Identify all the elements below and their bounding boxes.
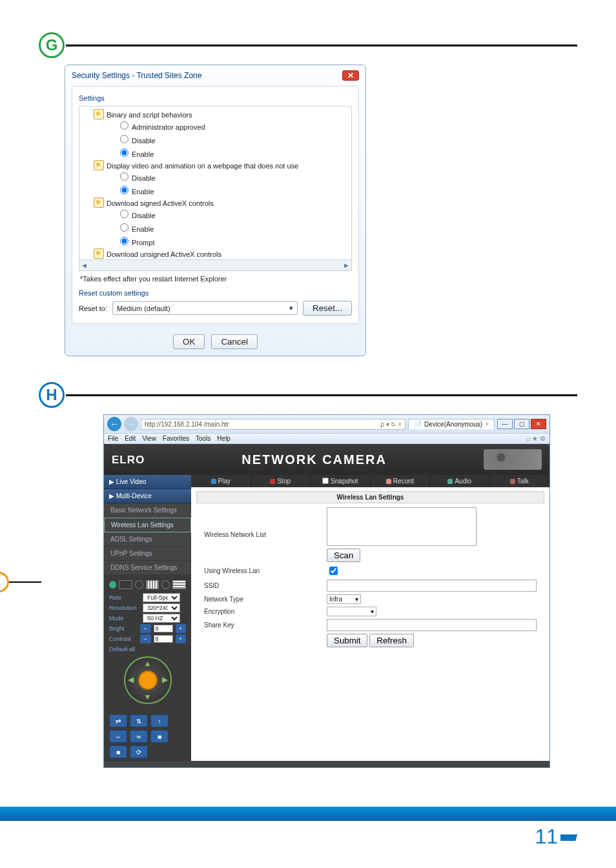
page-number: 11 (0, 821, 616, 849)
menu-bar[interactable]: FileEditViewFavoritesToolsHelp (104, 434, 241, 443)
toolbar-icons[interactable]: ⌂ ★ ⚙ (522, 434, 549, 443)
cancel-button[interactable]: Cancel (211, 334, 258, 349)
talk-button[interactable]: Talk (490, 475, 550, 487)
sidebar-item-multi-device[interactable]: ▶ Multi-Device (104, 489, 191, 503)
camera-thumbnail (484, 449, 542, 470)
security-settings-dialog: Security Settings - Trusted Sites Zone ✕… (65, 65, 366, 356)
record-button[interactable]: Record (371, 475, 431, 487)
default-all-link[interactable]: Default all (109, 646, 186, 652)
sidebar-item-adsl[interactable]: ADSL Settings (104, 532, 191, 547)
restart-note: *Takes effect after you restart Internet… (80, 275, 351, 283)
patrol-h-icon[interactable]: ↔ (109, 730, 127, 743)
stop-button[interactable]: Stop (251, 475, 311, 487)
settings-group-label: Settings (79, 94, 352, 102)
browser-window: ← → http://192.168.2.104 /main.htr ρ ▾ ↻… (103, 414, 550, 768)
audio-button[interactable]: Audio (430, 475, 490, 487)
forward-button[interactable]: → (124, 417, 138, 431)
activex-icon (94, 109, 104, 119)
minimize-icon[interactable]: — (497, 419, 513, 429)
reset-to-label: Reset to: (79, 305, 107, 312)
reset-button[interactable]: Reset... (303, 301, 352, 316)
brand-logo: ELRO (112, 454, 145, 465)
callout-line (9, 581, 41, 583)
maximize-icon[interactable]: ▢ (514, 419, 529, 429)
dialog-title: Security Settings - Trusted Sites Zone (72, 71, 201, 80)
page-icon: 📄 (414, 421, 422, 428)
reset-level-select[interactable]: Medium (default)▾ (112, 301, 298, 315)
ssid-input[interactable] (327, 580, 537, 592)
bright-input[interactable] (154, 625, 173, 632)
stop2-icon[interactable]: ■ (109, 745, 127, 758)
share-key-input[interactable] (327, 619, 537, 631)
section-rule (66, 45, 577, 46)
activex-icon (94, 197, 104, 208)
network-type-select[interactable]: Infra▾ (327, 594, 361, 604)
plus-icon[interactable]: + (176, 624, 187, 633)
chevron-down-icon: ▾ (371, 608, 374, 615)
chevron-down-icon: ▾ (355, 596, 358, 603)
io-icon[interactable]: ↕ (150, 714, 169, 727)
loop-icon[interactable]: ∞ (130, 730, 148, 743)
sidebar-item-ddns[interactable]: DDNS Service Settings (104, 561, 191, 575)
resolution-select[interactable]: 320*240 (143, 603, 180, 612)
contrast-input[interactable] (154, 635, 173, 643)
plus-icon[interactable]: + (176, 634, 187, 643)
sidebar-item-wireless-lan[interactable]: Wireless Lan Settings (104, 518, 191, 532)
section-marker-g: G (39, 32, 65, 58)
rate-select[interactable]: Full-Speed (143, 593, 180, 602)
minus-icon[interactable]: − (140, 634, 151, 643)
minus-icon[interactable]: − (140, 624, 151, 633)
sidebar-item-live-video[interactable]: ▶ Live Video (104, 475, 191, 489)
panel-title: Wireless Lan Settings (196, 491, 544, 503)
horizontal-scrollbar[interactable]: ◄► (79, 259, 351, 270)
mode-select[interactable]: 50 HZ (143, 614, 180, 623)
submit-button[interactable]: Submit (327, 634, 367, 647)
sync-icon[interactable]: ⟳ (130, 745, 148, 758)
footer-bar (0, 807, 616, 821)
close-icon[interactable]: ✕ (342, 70, 359, 81)
sidebar-item-upnp[interactable]: UPnP Settings (104, 547, 191, 561)
activex-icon (94, 248, 104, 259)
address-bar[interactable]: http://192.168.2.104 /main.htr ρ ▾ ↻ × (141, 419, 406, 430)
close-icon[interactable]: ✕ (531, 419, 546, 429)
refresh-button[interactable]: Refresh (369, 634, 414, 647)
close-tab-icon[interactable]: × (485, 421, 489, 428)
activex-icon (94, 160, 104, 170)
stop-icon[interactable]: ■ (150, 730, 169, 743)
page-title: NETWORK CAMERA (241, 453, 387, 466)
chevron-down-icon: ▾ (289, 304, 293, 312)
snapshot-button[interactable]: Snapshot (311, 475, 371, 487)
ptz-control[interactable]: ▲ ▼ ◀ ▶ (124, 656, 172, 704)
back-button[interactable]: ← (107, 417, 121, 431)
callout-marker: ! (0, 572, 9, 592)
encryption-select[interactable]: ▾ (327, 607, 376, 616)
play-button[interactable]: Play (191, 475, 251, 487)
section-rule (66, 394, 577, 396)
reset-group-label: Reset custom settings (79, 289, 352, 297)
ok-button[interactable]: OK (173, 334, 205, 349)
flip-h-icon[interactable]: ⇄ (109, 714, 127, 727)
section-marker-h: H (39, 382, 65, 408)
use-wireless-checkbox[interactable] (329, 567, 338, 575)
wireless-network-list[interactable] (327, 507, 477, 546)
browser-tab[interactable]: 📄 Device(Anonymous) × (408, 419, 495, 429)
sidebar-item-basic-network[interactable]: Basic Network Settings (104, 503, 191, 518)
ptz-center-icon[interactable] (138, 671, 158, 690)
flip-v-icon[interactable]: ⇅ (130, 714, 148, 727)
scan-button[interactable]: Scan (327, 549, 360, 562)
settings-tree[interactable]: Binary and script behaviors Administrato… (79, 106, 352, 271)
